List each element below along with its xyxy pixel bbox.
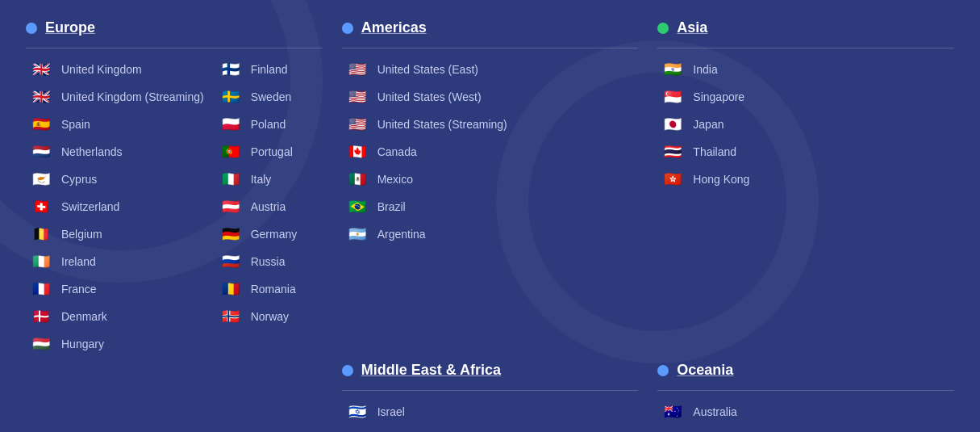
country-name: India [693,63,717,76]
europe-region: Europe 🇬🇧United Kingdom🇫🇮Finland🇬🇧United… [16,13,332,363]
country-item[interactable]: 🇳🇴Norway [215,304,323,329]
oceania-header: Oceania [657,362,954,382]
country-item[interactable]: 🇲🇽Mexico [342,166,639,192]
country-flag: 🇳🇱 [29,144,53,160]
country-flag: 🇺🇸 [345,116,369,132]
country-item[interactable]: 🇺🇸United States (Streaming) [342,111,639,137]
country-item[interactable]: 🇮🇪Ireland [26,249,207,275]
country-name: Japan [693,118,724,131]
country-flag: 🇨🇭 [29,199,53,215]
country-item[interactable]: 🇺🇸United States (East) [342,57,639,82]
country-item[interactable]: 🇨🇭Switzerland [26,194,207,220]
country-item[interactable]: 🇪🇸Spain [26,111,207,137]
country-item[interactable]: 🇩🇰Denmark [26,304,207,329]
country-name: Poland [251,118,286,131]
country-flag: 🇨🇦 [345,144,369,160]
europe-dot [26,23,37,34]
country-name: Italy [251,173,272,186]
country-flag: 🇮🇹 [219,171,243,187]
country-flag: 🇦🇺 [661,404,685,420]
country-item[interactable]: 🇸🇪Sweden [215,84,323,110]
country-item[interactable]: 🇮🇹Italy [215,166,323,192]
mea-title: Middle East & Africa [361,362,501,379]
country-flag: 🇲🇽 [345,171,369,187]
asia-divider [657,48,954,48]
country-name: Germany [251,228,298,241]
country-item[interactable]: 🇭🇺Hungary [26,331,207,357]
country-flag: 🇪🇸 [29,116,53,132]
country-flag: 🇳🇴 [219,308,243,325]
country-name: Switzerland [61,200,119,213]
mea-grid: 🇮🇱Israel🇿🇦South Africa [342,399,639,432]
country-item[interactable]: 🇬🇧United Kingdom [26,57,207,82]
country-item[interactable]: 🇵🇹Portugal [215,139,323,165]
country-name: Finland [251,63,288,76]
country-name: United Kingdom [61,63,142,76]
americas-header: Americas [342,19,639,40]
country-item[interactable]: 🇵🇱Poland [215,111,323,137]
country-flag: 🇵🇹 [219,144,243,160]
country-item[interactable]: 🇮🇱Israel [342,399,639,425]
country-item[interactable]: 🇷🇴Romania [215,276,323,302]
country-item[interactable]: 🇯🇵Japan [657,111,954,137]
europe-divider [26,48,323,48]
country-flag: 🇭🇰 [661,171,685,187]
country-name: United States (West) [377,90,482,103]
country-name: Singapore [693,90,744,103]
country-flag: 🇯🇵 [661,116,685,132]
country-item[interactable]: 🇦🇹Austria [215,194,323,220]
country-item[interactable]: 🇬🇧United Kingdom (Streaming) [26,84,207,110]
country-item[interactable]: 🇭🇰Hong Kong [657,166,954,192]
asia-header: Asia [657,19,954,40]
country-name: Spain [61,118,90,131]
country-item[interactable]: 🇨🇾Cyprus [26,166,207,192]
country-item[interactable]: 🇿🇦South Africa [342,426,639,432]
country-item[interactable]: 🇹🇭Thailand [657,139,954,165]
country-item[interactable]: 🇳🇱Netherlands [26,139,207,165]
country-flag: 🇧🇪 [29,226,53,242]
country-name: Ireland [61,255,96,268]
americas-grid: 🇺🇸United States (East)🇺🇸United States (W… [342,57,639,247]
country-flag: 🇮🇪 [29,254,53,270]
country-name: Portugal [251,145,293,158]
country-flag: 🇧🇷 [345,199,369,215]
country-name: Thailand [693,145,736,158]
asia-grid: 🇮🇳India🇸🇬Singapore🇯🇵Japan🇹🇭Thailand🇭🇰Hon… [657,57,954,192]
oceania-grid: 🇦🇺Australia🇳🇿New Zealand [657,399,954,432]
country-flag: 🇺🇸 [345,61,369,78]
country-flag: 🇭🇺 [29,336,53,352]
country-name: Denmark [61,310,107,323]
country-flag: 🇵🇱 [219,116,243,132]
country-name: Israel [377,405,405,418]
country-item[interactable]: 🇺🇸United States (West) [342,84,639,110]
country-flag: 🇩🇪 [219,226,243,242]
country-item[interactable]: 🇧🇷Brazil [342,194,639,220]
country-item[interactable]: 🇨🇦Canada [342,139,639,165]
mea-divider [342,390,639,391]
country-flag: 🇦🇹 [219,199,243,215]
country-item[interactable]: 🇫🇷France [26,276,207,302]
country-item[interactable]: 🇳🇿New Zealand [657,426,954,432]
country-flag: 🇸🇪 [219,89,243,105]
country-item[interactable]: 🇩🇪Germany [215,221,323,247]
main-container: Europe 🇬🇧United Kingdom🇫🇮Finland🇬🇧United… [0,0,980,432]
country-item[interactable]: 🇧🇪Belgium [26,221,207,247]
country-item[interactable]: 🇷🇺Russia [215,249,323,275]
country-flag: 🇹🇭 [661,144,685,160]
country-flag: 🇸🇬 [661,89,685,105]
country-flag: 🇬🇧 [29,89,53,105]
asia-title: Asia [677,19,707,36]
country-item[interactable]: 🇮🇳India [657,57,954,82]
country-item[interactable]: 🇫🇮Finland [215,57,323,82]
country-name: Australia [693,405,736,418]
country-flag: 🇨🇾 [29,171,53,187]
europe-grid: 🇬🇧United Kingdom🇫🇮Finland🇬🇧United Kingdo… [26,57,323,357]
mea-header: Middle East & Africa [342,362,639,382]
country-item[interactable]: 🇸🇬Singapore [657,84,954,110]
country-item[interactable]: 🇦🇷Argentina [342,221,639,247]
country-flag: 🇺🇸 [345,89,369,105]
mea-region: Middle East & Africa 🇮🇱Israel🇿🇦South Afr… [332,355,648,432]
country-name: Netherlands [61,145,123,158]
country-item[interactable]: 🇦🇺Australia [657,399,954,425]
americas-divider [342,48,639,48]
